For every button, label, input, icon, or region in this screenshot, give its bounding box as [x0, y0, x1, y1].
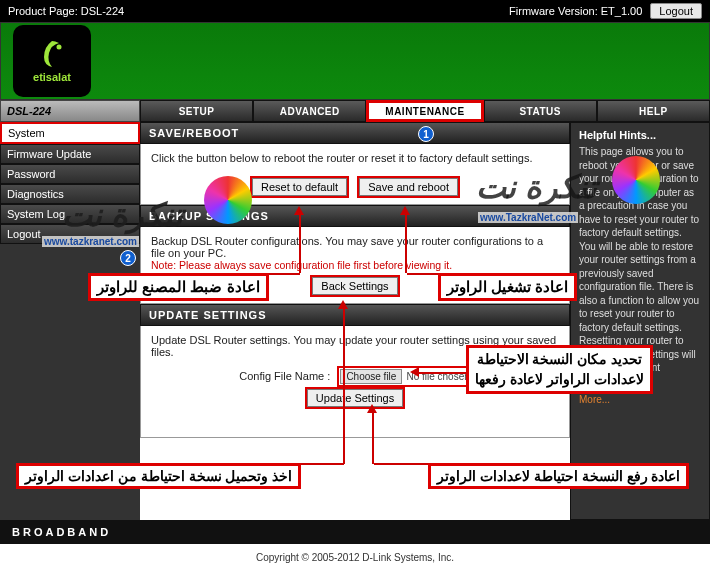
main-tabs: SETUP ADVANCED MAINTENANCE STATUS HELP: [140, 100, 710, 122]
svg-point-0: [57, 45, 62, 50]
annotation-choose-location: تحديد مكان النسخة الاحتياطة لاعدادات الر…: [466, 345, 653, 394]
hints-more-link[interactable]: More...: [579, 394, 610, 405]
annotation-badge-2: 2: [120, 250, 136, 266]
panel-title-update: UPDATE SETTINGS: [140, 304, 570, 326]
header-banner: etisalat: [0, 22, 710, 100]
save-and-reboot-button[interactable]: Save and reboot: [359, 178, 458, 196]
top-bar: Product Page: DSL-224 Firmware Version: …: [0, 0, 710, 22]
tab-setup[interactable]: SETUP: [140, 100, 253, 122]
backup-note: Note: Please always save configuration f…: [151, 259, 559, 271]
hints-title: Helpful Hints...: [579, 129, 701, 141]
sidebar-item-system[interactable]: System 2: [0, 122, 140, 144]
save-reboot-desc: Click the button below to reboot the rou…: [151, 152, 559, 164]
annotation-restore-upload: اعادة رفع النسخة احتياطة لاعدادات الراوت…: [428, 463, 689, 489]
watermark-circle-icon: [204, 176, 252, 224]
copyright-footer: Copyright © 2005-2012 D-Link Systems, In…: [0, 544, 710, 571]
annotation-reboot: اعادة تشغيل الراوتر: [438, 273, 577, 301]
sidebar-item-firmware-update[interactable]: Firmware Update: [0, 144, 140, 164]
sidebar-item-password[interactable]: Password: [0, 164, 140, 184]
broadband-footer: BROADBAND: [0, 520, 710, 544]
main-content: SAVE/REBOOT Click the button below to re…: [140, 122, 570, 520]
product-page-label: Product Page: DSL-224: [8, 5, 509, 17]
tab-advanced[interactable]: ADVANCED: [253, 100, 366, 122]
update-settings-button[interactable]: Update Settings: [307, 389, 403, 407]
logout-button[interactable]: Logout: [650, 3, 702, 19]
tab-help[interactable]: HELP: [597, 100, 710, 122]
firmware-version-label: Firmware Version: ET_1.00: [509, 5, 642, 17]
sidebar-item-logout[interactable]: Logout: [0, 224, 140, 244]
brand-name: etisalat: [33, 71, 71, 83]
sidebar-label: System: [8, 127, 45, 139]
config-file-label: Config File Name :: [239, 370, 330, 382]
etisalat-icon: [37, 39, 67, 69]
tab-maintenance[interactable]: MAINTENANCE: [366, 100, 483, 122]
sidebar-item-system-log[interactable]: System Log: [0, 204, 140, 224]
tab-status[interactable]: STATUS: [484, 100, 597, 122]
annotation-badge-1: 1: [418, 126, 434, 142]
sidebar-item-diagnostics[interactable]: Diagnostics: [0, 184, 140, 204]
annotation-factory-reset: اعادة ضبط المصنع للراوتر: [88, 273, 269, 301]
panel-title-save-reboot: SAVE/REBOOT: [140, 122, 570, 144]
watermark-circle-icon-2: [612, 156, 660, 204]
model-label: DSL-224: [0, 100, 140, 122]
left-column: DSL-224 System 2 Firmware Update Passwor…: [0, 100, 140, 520]
reset-to-default-button[interactable]: Reset to default: [252, 178, 347, 196]
backup-desc: Backup DSL Router configurations. You ma…: [151, 235, 559, 259]
backup-settings-button[interactable]: Back Settings: [312, 277, 397, 295]
brand-logo: etisalat: [13, 25, 91, 97]
choose-file-button[interactable]: Choose file: [340, 369, 402, 384]
annotation-backup-download: اخذ وتحميل نسخة احتياطة من اعدادات الراو…: [16, 463, 301, 489]
